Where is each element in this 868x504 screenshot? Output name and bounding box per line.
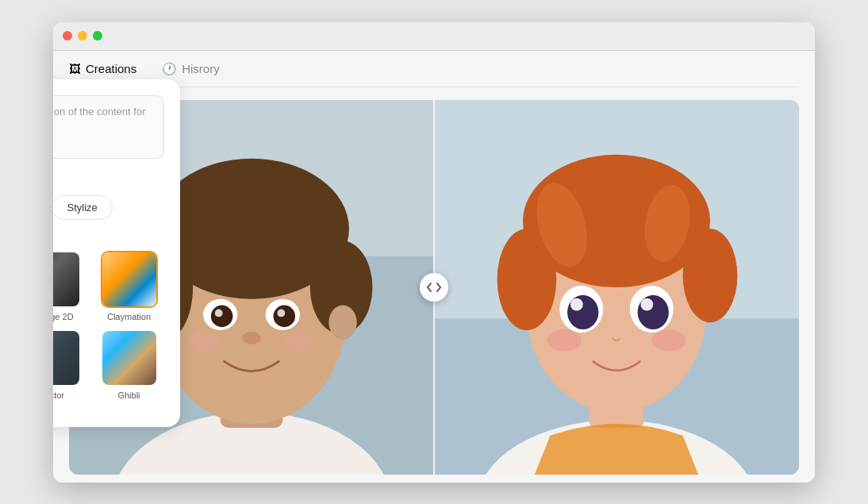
style-btn-stylize[interactable]: Stylize (53, 195, 113, 220)
svg-point-25 (277, 309, 285, 317)
svg-point-23 (274, 305, 296, 327)
style-label: Style (53, 175, 164, 187)
creations-icon: 🖼 (69, 62, 81, 75)
close-button[interactable] (63, 31, 72, 40)
style-section: Style Anime Painting 3D Stylize Anime Gr… (53, 175, 164, 400)
style-grid-row2: felt 2D Vector Vector (53, 329, 164, 400)
svg-point-26 (242, 332, 261, 344)
style-name-vintage-2d: Vintage 2D (53, 312, 74, 321)
comparison-divider-handle[interactable] (420, 273, 448, 302)
anime-section-label: Anime (53, 231, 164, 243)
style-item-vintage-2d[interactable]: Vintage 2D (53, 251, 87, 321)
style-name-ghibli: Ghibli (117, 391, 140, 400)
upload-row: Provide a brief description of the conte… (53, 95, 164, 159)
svg-point-41 (567, 294, 598, 329)
svg-point-22 (211, 305, 233, 327)
svg-point-27 (189, 333, 220, 352)
svg-point-36 (683, 229, 738, 322)
svg-point-43 (570, 298, 583, 310)
left-panel: Provide a brief description of the conte… (53, 79, 180, 427)
browser-content: Provide a brief description of the conte… (53, 51, 815, 483)
maximize-button[interactable] (93, 31, 102, 40)
style-name-vector: Vector (53, 391, 64, 400)
style-item-claymation[interactable]: Claymation (94, 251, 164, 321)
style-grid-row1: Green Art Purple Comic Vintage 2D (53, 251, 164, 321)
style-thumb-vintage-2d (53, 251, 81, 308)
browser-window: Provide a brief description of the conte… (53, 22, 815, 483)
svg-point-45 (547, 329, 581, 352)
svg-point-44 (640, 298, 653, 310)
svg-point-19 (328, 305, 356, 339)
titlebar (53, 22, 815, 51)
history-icon: 🕐 (162, 62, 177, 76)
style-thumb-ghibli (101, 329, 158, 387)
photo-anime-side (434, 100, 799, 475)
style-item-vector[interactable]: Vector (53, 329, 87, 400)
svg-point-42 (638, 294, 669, 329)
minimize-button[interactable] (78, 31, 87, 40)
svg-point-46 (651, 329, 686, 352)
style-thumb-claymation (101, 251, 158, 308)
tab-creations-label: Creations (86, 62, 136, 75)
style-thumb-vector (53, 329, 81, 387)
tab-history-label: Hisrory (182, 62, 220, 75)
style-buttons: Anime Painting 3D Stylize (53, 195, 164, 220)
description-input[interactable]: Provide a brief description of the conte… (53, 95, 164, 159)
style-item-ghibli[interactable]: Ghibli (94, 329, 164, 400)
style-name-claymation: Claymation (107, 312, 151, 321)
svg-point-28 (282, 333, 313, 352)
svg-point-24 (215, 309, 223, 317)
tabs-bar: 🖼 Creations 🕐 Hisrory (69, 51, 799, 87)
